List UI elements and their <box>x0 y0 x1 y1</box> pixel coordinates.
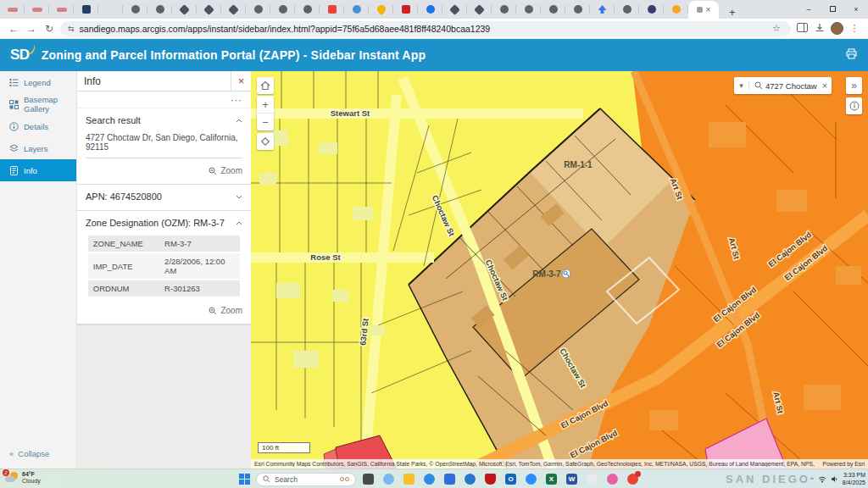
browser-tab[interactable] <box>270 1 295 18</box>
taskbar-icon-zoom[interactable] <box>525 473 537 485</box>
taskbar-icon-clock[interactable] <box>586 473 598 485</box>
weather-widget[interactable]: 2 64°F Cloudy <box>5 471 41 485</box>
close-window-button[interactable]: × <box>844 5 868 14</box>
browser-tab[interactable] <box>221 1 246 18</box>
browser-tab[interactable] <box>590 1 615 18</box>
taskbar-icon-copilot[interactable] <box>382 473 395 485</box>
collapse-button[interactable]: « Collapse <box>9 449 49 458</box>
search-expand-button[interactable]: » <box>846 77 862 94</box>
taskbar-icon-task-view[interactable] <box>362 473 375 485</box>
sd-logo: SD <box>10 47 30 64</box>
options-menu-icon[interactable]: ··· <box>231 95 242 105</box>
taskbar-icon-excel[interactable]: X <box>545 473 558 485</box>
active-tab[interactable]: × <box>688 1 719 19</box>
taskbar-icon-edge[interactable] <box>423 473 436 485</box>
zoom-control: + − <box>257 96 274 130</box>
maximize-button[interactable] <box>821 5 844 14</box>
taskbar-icon-dell[interactable] <box>464 473 476 485</box>
new-tab-button[interactable]: + <box>726 6 739 19</box>
browser-tab[interactable] <box>197 1 221 18</box>
wifi-icon[interactable] <box>818 476 826 483</box>
browser-tab[interactable] <box>320 1 344 18</box>
url-bar[interactable]: ⇆ sandiego.maps.arcgis.com/apps/instant/… <box>60 21 791 36</box>
clock-icon <box>587 474 598 485</box>
taskbar-icon-chrome[interactable] <box>626 473 639 485</box>
browser-tab[interactable] <box>0 1 25 18</box>
forward-button[interactable]: → <box>25 23 38 35</box>
taskbar-icon-microsoft-store[interactable] <box>443 473 456 485</box>
taskbar-icon-outlook[interactable]: O <box>504 473 517 485</box>
zoom-in-button[interactable]: + <box>257 96 274 114</box>
search-result-address: 4727 Choctaw Dr, San Diego, California, … <box>86 133 242 158</box>
downloads-icon[interactable] <box>813 23 826 35</box>
profile-avatar[interactable] <box>831 22 843 35</box>
clock[interactable]: 3:33 PM 8/4/2025 <box>843 472 865 486</box>
browser-tab[interactable] <box>25 1 49 18</box>
bookmark-star-icon[interactable]: ☆ <box>770 23 783 34</box>
sidebar-item-basemap-gallery[interactable]: Basemap Gallery <box>0 93 76 115</box>
browser-tab[interactable] <box>639 1 664 18</box>
side-panel-icon[interactable] <box>795 23 809 34</box>
site-settings-icon[interactable]: ⇆ <box>68 25 75 33</box>
chevron-up-icon[interactable] <box>236 221 242 225</box>
zoom-out-button[interactable]: − <box>257 114 274 130</box>
panel-close-button[interactable]: × <box>231 71 251 92</box>
back-button[interactable]: ← <box>7 23 20 35</box>
browser-tab[interactable] <box>565 1 590 18</box>
arcgis-tab-favicon <box>179 4 190 15</box>
map-search-input[interactable] <box>765 81 818 91</box>
browser-tab[interactable] <box>49 1 74 18</box>
taskbar-icon-file-explorer[interactable] <box>403 473 415 485</box>
print-icon[interactable] <box>845 47 858 63</box>
attr-label: IMP_DATE <box>88 252 159 280</box>
tab-close-icon[interactable]: × <box>706 6 711 14</box>
browser-menu-icon[interactable]: ⋮ <box>848 23 861 34</box>
taskbar-icon-paint-tool[interactable] <box>606 473 619 485</box>
browser-tab[interactable] <box>369 1 393 18</box>
browser-tab[interactable] <box>123 1 147 18</box>
map-info-button[interactable] <box>846 97 862 114</box>
taskbar-icon-word[interactable]: W <box>565 473 578 485</box>
tray-chevron-icon[interactable]: ^ <box>810 475 814 483</box>
browser-tab[interactable] <box>295 1 320 18</box>
browser-tab[interactable] <box>393 1 418 18</box>
reload-button[interactable]: ↻ <box>42 23 56 35</box>
start-button[interactable] <box>239 474 250 485</box>
chevron-up-icon[interactable] <box>236 119 242 123</box>
table-row: IMP_DATE 2/28/2006, 12:00 AM <box>88 252 240 280</box>
sidebar-item-info[interactable]: Info <box>0 159 76 181</box>
browser-tab[interactable] <box>442 1 467 18</box>
browser-tab[interactable] <box>246 1 270 18</box>
browser-tab[interactable] <box>664 1 688 18</box>
browser-tab[interactable] <box>467 1 492 18</box>
excel-icon: X <box>546 474 557 485</box>
globe-tab-favicon <box>623 5 632 14</box>
taskbar-icon-mcafee[interactable] <box>484 473 497 485</box>
search-source-dropdown[interactable]: ▾ <box>734 81 749 90</box>
search-result-zoom-link[interactable]: Zoom <box>86 166 242 175</box>
url-text[interactable]: sandiego.maps.arcgis.com/apps/instant/si… <box>80 24 765 34</box>
map-tab-favicon <box>82 5 91 14</box>
sidebar-item-details[interactable]: Details <box>0 115 76 137</box>
browser-tab[interactable] <box>418 1 442 18</box>
browser-tab[interactable] <box>541 1 565 18</box>
browser-tab[interactable] <box>615 1 639 18</box>
browser-tab[interactable] <box>344 1 369 18</box>
map-view[interactable]: Stewart St Rose St 63rd St Choctaw St Ch… <box>251 71 868 469</box>
sidebar-item-layers[interactable]: Layers <box>0 137 76 159</box>
browser-tab[interactable] <box>172 1 197 18</box>
home-button[interactable] <box>257 77 274 94</box>
minimize-button[interactable]: – <box>797 5 821 14</box>
browser-tab[interactable] <box>492 1 516 18</box>
search-clear-icon[interactable]: × <box>818 80 832 91</box>
locate-button[interactable] <box>257 133 274 150</box>
browser-tab[interactable] <box>98 1 123 18</box>
browser-tab[interactable] <box>147 1 172 18</box>
zone-zoom-link[interactable]: Zoom <box>86 306 242 315</box>
taskbar-search[interactable]: Search <box>256 473 356 486</box>
browser-tab[interactable] <box>74 1 98 18</box>
chevron-down-icon[interactable] <box>236 195 242 199</box>
browser-tab[interactable] <box>516 1 541 18</box>
volume-icon[interactable] <box>831 475 838 483</box>
sidebar-item-legend[interactable]: Legend <box>0 71 76 93</box>
